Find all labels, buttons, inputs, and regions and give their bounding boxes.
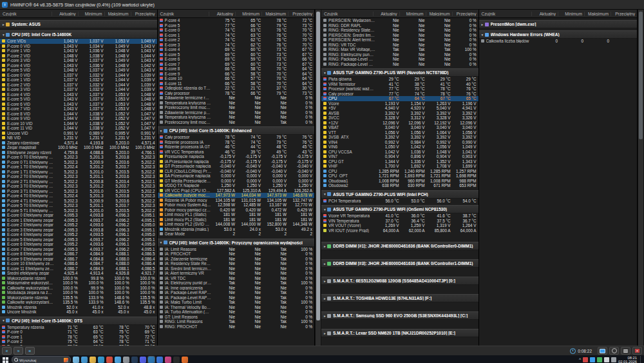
sensor-row[interactable]: VR VOUT (Vcore)1,269 V1,259 V1,319 V1,26… <box>321 223 478 228</box>
hwinfo-title-bar[interactable]: i HWiNFO® 64 v8.35-5875 Stan czujników (… <box>0 0 644 10</box>
sensor-row[interactable]: Uncore Mnożnik45.0 x45.0 x45.0 x45.0 x <box>0 309 157 315</box>
sensor-row[interactable]: Uncore VID0,991 V0,989 V0,995 V0,991 V <box>0 131 157 136</box>
sensor-row[interactable]: IA Przesunięcie napięcia-0,175 V-0,175 V… <box>158 159 315 164</box>
sensor-row[interactable]: VIN40,992 V0,984 V0,992 V0,990 V <box>321 140 478 145</box>
taskbar-icon-chrome-browser[interactable] <box>106 357 113 363</box>
column-header-maximum[interactable]: Maksimum <box>426 12 452 16</box>
sensor-row[interactable]: Obudowa11,008 RPM960 RPM1,008 RPM988 RPM <box>321 179 478 184</box>
sensor-row[interactable]: RING: Elektryczny punkt pr...NieNieNie0 … <box>321 52 478 57</box>
sensor-row[interactable]: NB VID1,231 V1,231 V1,231 V1,231 V <box>0 135 157 141</box>
sensor-row[interactable]: IA: PROCHOTNieNieNie0 % <box>158 251 315 257</box>
sensor-row[interactable]: IA: Package-Level RAPL PL2NieNieTak0 % <box>158 295 315 300</box>
tray-icon-audio-device[interactable] <box>604 357 609 362</box>
sensor-section-row[interactable]: ▾CPU [#0]: Intel Core i5-14600K: DTS <box>0 317 157 325</box>
taskbar-icon-file-explorer[interactable] <box>90 357 96 363</box>
sensor-row[interactable]: RING: Package-Level RAPL...NieNieNie0 % <box>321 57 478 62</box>
sensor-row[interactable]: P-core 3 VID1,048 V1,037 V1,049 V1,043 V <box>0 58 157 63</box>
column-header-current[interactable]: Aktualny <box>52 12 78 16</box>
collapsed-icon[interactable]: ▸ <box>323 262 327 266</box>
column-header-current[interactable]: Aktualny <box>531 12 558 16</box>
expanded-icon[interactable]: ▾ <box>159 240 164 244</box>
collapsed-icon[interactable]: ▸ <box>323 244 327 248</box>
sensor-row[interactable]: Przesunięcie napięcia-0,175 V-0,175 V-0,… <box>158 154 315 159</box>
sensor-row[interactable]: E-core 3 VID1,037 V1,032 V1,044 V1,039 V <box>0 87 157 92</box>
column-header-maximum[interactable]: Maksimum <box>104 12 131 16</box>
sensor-row[interactable]: CPU GT1,344 V1,336 V1,352 V1,343 V <box>321 159 478 164</box>
sensor-row[interactable]: P-core 275 °C64 °C78 °C71 °C <box>0 339 157 344</box>
sensor-row[interactable]: Średni efektywny zegar4,925.44,913.44,92… <box>0 271 157 276</box>
sensor-row[interactable]: P-core 5 T1 Efektywny zegar5,202.35,201.… <box>0 208 157 213</box>
scrollbar-thumb[interactable] <box>639 12 643 139</box>
sensor-row[interactable]: VHIF1,700 V1,692 V1,708 V1,699 V <box>321 164 478 169</box>
sensor-section-row[interactable]: ▸S.M.A.R.T.: TOSHIBA HDWD13E [67HLN31AS]… <box>321 294 478 302</box>
sensor-section-row[interactable]: ▾ASUS TUF GAMING Z790-PLUS WIFI (Nuvoton… <box>321 68 478 77</box>
expanded-icon[interactable]: ▾ <box>323 192 327 196</box>
menu-button[interactable]: ≡ <box>25 347 35 355</box>
taskbar-icon-mail[interactable] <box>156 357 163 363</box>
sensor-row[interactable]: +12V12,096 V12,096 V12,192 V12,096 V <box>321 121 478 126</box>
sensor-row[interactable]: Vcore1,193 V1,154 V1,263 V1,196 V <box>321 101 478 106</box>
sensor-row[interactable]: Zdławienie termiczne pakietu/peryferiówN… <box>158 110 315 115</box>
sensor-row[interactable]: P-core 2 VID1,048 V1,038 V1,048 V1,044 V <box>0 54 157 59</box>
expanded-icon[interactable]: ▾ <box>480 33 485 37</box>
scrollbar-thumb[interactable] <box>316 12 320 320</box>
sensor-row[interactable]: Zegary rdzeniowe4,571.44,193.85,203.04,5… <box>0 141 157 146</box>
sensor-row[interactable]: Temperatura krytyczna opakowania/pł...Ni… <box>158 115 315 120</box>
sensor-row[interactable]: E-core 7 Efektywny zegar4,095.34,093.74,… <box>0 247 157 252</box>
column-header-average[interactable]: Przeciętny <box>611 12 637 16</box>
settings-button[interactable] <box>609 347 619 355</box>
taskbar-icon-task-view[interactable] <box>81 357 88 363</box>
collapsed-icon[interactable]: ▸ <box>323 279 327 283</box>
sensor-row[interactable]: E-core 374 °C62 °C76 °C70 °C <box>158 43 315 48</box>
sensor-row[interactable]: IA: Limit ReasonsNieNieTak100 % <box>158 247 315 252</box>
sensor-row[interactable]: CPU1,285 RPM1,240 RPM1,285 RPM1,257 RPM <box>321 169 478 174</box>
column-header-average[interactable]: Przeciętny <box>131 12 157 16</box>
sensor-row[interactable]: E-core 0 Efektywny zegar4,095.34,093.84,… <box>0 213 157 218</box>
column-header-current[interactable]: Aktualny <box>373 12 399 16</box>
sensor-row[interactable]: IA: Residency State RegulationNieNieNie0… <box>158 261 315 266</box>
sensor-row[interactable]: Rdzenie procesora IA78 °C74 °C79 °C76 °C <box>158 140 315 145</box>
sensor-row[interactable]: P-core 0 T1 Efektywny zegar5,202.35,200.… <box>0 160 157 165</box>
sensor-row[interactable]: GT Media Przesunięcie napięcia0,000 V0,0… <box>158 179 315 184</box>
taskbar-clock[interactable]: 08:21 02.01.2026 <box>618 356 637 363</box>
sensor-row[interactable]: Maksymalne wykorzystanie rdzenia100.0 %1… <box>0 280 157 286</box>
sensor-row[interactable]: Pobór mocy System Agent12,598 W12,485 W1… <box>158 202 315 208</box>
sensor-row[interactable]: VR VCC Prąd (CPU IOUT)127,582 A125,310 A… <box>158 188 315 193</box>
sensor-row[interactable]: PIERŚCIEŃ: Średni limit ter...NieNieNie0… <box>321 33 478 38</box>
sensor-row[interactable]: Cały procesor77 °C74 °C78 °C76 °C <box>321 92 478 97</box>
taskbar-icon-microsoft-store[interactable] <box>115 357 121 363</box>
sensor-row[interactable]: IA: Alert termiczny VRNieNieNie0 % <box>158 271 315 276</box>
sensor-row[interactable]: E-core 6 VID1,043 V1,037 V1,053 V1,048 V <box>0 102 157 107</box>
sensor-row[interactable]: Cały procesor78 °C66 °C79 °C73 °C <box>158 91 315 96</box>
sensor-row[interactable]: E-core 3 Efektywny zegar4,095.34,093.84,… <box>0 228 157 233</box>
sensor-row[interactable]: 3VSB_ATX3,392 V3,392 V3,392 V3,392 V <box>321 135 478 140</box>
sensor-row[interactable]: Obudowa2638 RPM630 RPM671 RPM653 RPM <box>321 183 478 188</box>
column-header-sensor[interactable]: Czujnik <box>321 12 373 16</box>
sensor-row[interactable]: E-core 0 VID1,037 V1,032 V1,044 V1,039 V <box>0 73 157 78</box>
sensor-row[interactable]: IA: Package-Level RAPL PL1NieNieTak0 % <box>158 290 315 295</box>
sensor-section-row[interactable]: ▾ASUS TUF GAMING Z790-PLUS WIFI (Intel P… <box>321 190 478 199</box>
sensor-row[interactable]: PIERŚCIEŃ: Wydarzenie termiczneNieNieNie… <box>321 18 478 23</box>
collapsed-icon[interactable]: ▸ <box>1 23 6 26</box>
sensor-row[interactable]: Mnożnik rdzenia52.0 x41.0 x52.0 x48.8 x <box>0 305 157 310</box>
sensor-row[interactable]: P-core 0 T0 Efektywny zegar5,202.35,201.… <box>0 155 157 160</box>
column-header-current[interactable]: Aktualny <box>209 12 235 16</box>
sensor-row[interactable]: Procesor (wartość ważona)77 °C70 °C78 °C… <box>321 86 478 92</box>
sensor-row[interactable]: P-core 4 VID1,043 V1,036 V1,048 V1,042 V <box>0 63 157 68</box>
sensor-row[interactable]: E-core 866 °C58 °C70 °C64 °C <box>158 66 315 72</box>
sensor-row[interactable]: VBAT3,040 V3,040 V3,040 V3,040 V <box>321 125 478 130</box>
column-header-sensor[interactable]: Czujnik <box>479 12 531 16</box>
tray-icon-cloud-sync[interactable] <box>590 357 595 362</box>
sensor-row[interactable]: P-core 178 °C65 °C79 °C72 °C <box>0 335 157 340</box>
collapsed-icon[interactable]: ▸ <box>480 23 485 26</box>
taskbar-icon-edge-browser[interactable] <box>98 357 104 363</box>
sensor-row[interactable]: VIN61,050 V1,042 V1,056 V1,049 V <box>321 144 478 150</box>
sensor-row[interactable]: PIERŚCIEŃ: Alert termiczny...NieNieNie0 … <box>321 37 478 43</box>
history-forward-button[interactable]: » <box>14 347 23 355</box>
taskbar-icon-settings[interactable] <box>123 357 129 363</box>
taskbar-icon-copilot[interactable] <box>73 357 79 363</box>
sensor-row[interactable]: 3VCC3,328 V3,312 V3,328 V3,326 V <box>321 115 478 121</box>
sensor-row[interactable]: Płyta główna29 °C29 °C29 °C29 °C <box>321 77 478 82</box>
start-button[interactable] <box>1 357 10 363</box>
sensor-section-row[interactable]: ▾CPU [#0]: Intel Core i5-14600K: Przyczy… <box>158 239 315 247</box>
